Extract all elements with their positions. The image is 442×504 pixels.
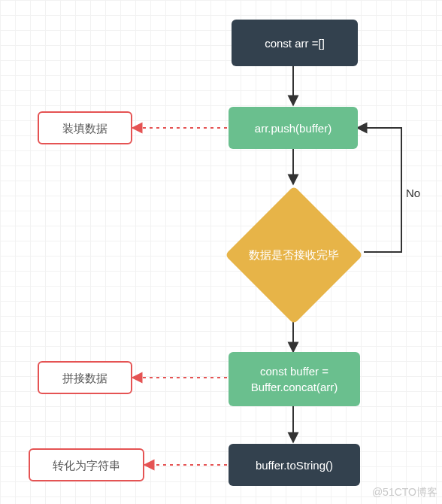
annotation-tostring: 转化为字符串 [29, 448, 144, 481]
node-label: buffer.toString() [256, 457, 333, 473]
node-label: const arr =[] [265, 35, 325, 51]
node-const-arr: const arr =[] [232, 20, 358, 66]
edges-layer [0, 0, 442, 504]
node-label: arr.push(buffer) [255, 120, 332, 136]
watermark: @51CTO博客 [372, 486, 437, 499]
node-decision: 数据是否接收完毕 [223, 184, 365, 326]
node-arr-push: arr.push(buffer) [229, 107, 358, 149]
annotation-label: 转化为字符串 [53, 457, 120, 473]
watermark-text: @51CTO博客 [372, 486, 437, 498]
annotation-label: 拼接数据 [62, 370, 107, 386]
annotation-label: 装填数据 [62, 120, 107, 136]
node-buffer-concat: const buffer = Buffer.concat(arr) [229, 352, 360, 406]
edge-label-no: No [406, 187, 420, 199]
annotation-concat-data: 拼接数据 [38, 361, 132, 394]
flowchart-canvas: const arr =[] arr.push(buffer) 数据是否接收完毕 … [0, 0, 442, 504]
node-label-line1: const buffer = [260, 363, 328, 379]
annotation-fill-data: 装填数据 [38, 111, 132, 144]
node-buffer-tostring: buffer.toString() [229, 444, 360, 486]
edge-label-text: No [406, 187, 420, 199]
node-label: 数据是否接收完毕 [249, 248, 339, 263]
node-label-line2: Buffer.concat(arr) [251, 379, 338, 395]
